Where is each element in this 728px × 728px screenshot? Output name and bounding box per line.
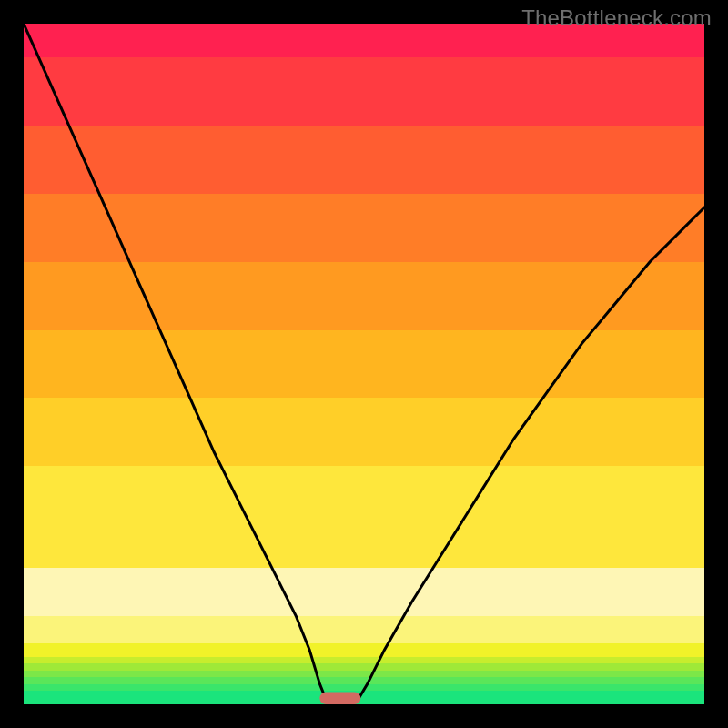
plot-area (24, 24, 704, 704)
watermark-label: TheBottleneck.com (521, 5, 712, 31)
marker-pill (319, 693, 360, 704)
bottleneck-marker (319, 693, 360, 704)
chart-svg (24, 24, 704, 704)
chart-frame: TheBottleneck.com (0, 0, 728, 728)
gradient-background (24, 24, 704, 704)
